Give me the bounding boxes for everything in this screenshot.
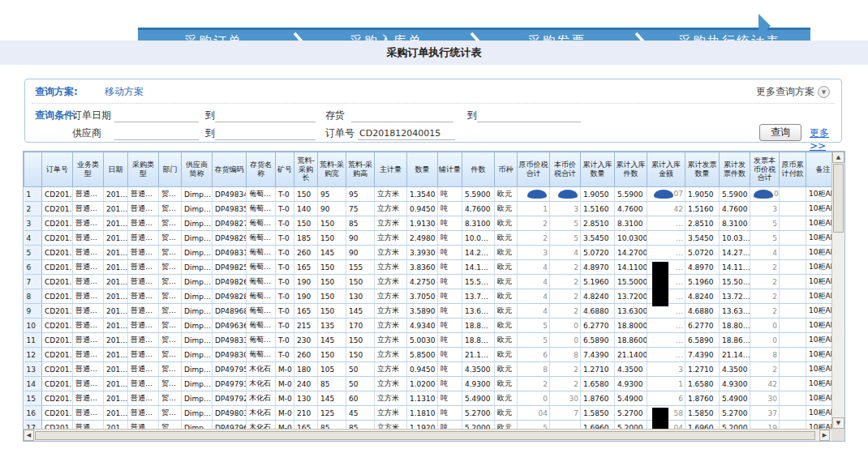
table-cell[interactable] <box>780 216 806 231</box>
row-number-cell[interactable]: 16 <box>24 406 42 421</box>
table-cell[interactable]: Dimp… <box>182 260 213 275</box>
table-cell[interactable]: 2 <box>518 216 550 231</box>
table-cell[interactable]: 201… <box>104 333 128 348</box>
table-cell[interactable]: 180 <box>294 362 318 377</box>
table-cell[interactable]: 3.5890 <box>407 304 438 319</box>
table-cell[interactable]: 4.9300 <box>462 377 495 391</box>
column-header[interactable]: 累计发票数量 <box>685 152 720 187</box>
row-number-header[interactable] <box>24 152 42 187</box>
table-cell[interactable]: 0 <box>750 319 780 333</box>
column-header[interactable]: 业务类型 <box>73 152 104 187</box>
table-cell[interactable]: Dimp… <box>182 246 213 260</box>
table-cell[interactable]: 吨 <box>438 260 462 275</box>
table-cell[interactable]: 15.50… <box>720 275 750 289</box>
table-cell[interactable]: 普通… <box>73 348 104 362</box>
horizontal-scroll-thumb[interactable] <box>35 431 815 440</box>
table-cell[interactable]: 45 <box>346 406 375 421</box>
table-cell[interactable]: 普通… <box>128 406 159 421</box>
row-number-cell[interactable]: 11 <box>24 333 42 348</box>
table-cell[interactable]: 1.6580 <box>581 377 615 391</box>
scroll-left-button[interactable]: ◀ <box>24 430 34 441</box>
table-cell[interactable] <box>780 304 806 319</box>
table-cell[interactable]: 85 <box>346 216 375 231</box>
table-cell[interactable]: 普通… <box>73 362 104 377</box>
table-cell[interactable]: 吨 <box>438 275 462 289</box>
table-cell[interactable]: CD201… <box>42 319 73 333</box>
table-cell[interactable]: M-0 <box>276 391 294 406</box>
table-cell[interactable]: Dimp… <box>182 348 213 362</box>
inventory-from-input[interactable] <box>351 109 453 122</box>
table-cell[interactable]: M-0 <box>276 406 294 421</box>
scroll-up-button[interactable]: ▲ <box>832 152 844 163</box>
table-cell[interactable]: 5 <box>550 231 581 246</box>
row-number-cell[interactable]: 3 <box>24 216 42 231</box>
table-cell[interactable]: CD201… <box>42 260 73 275</box>
table-cell[interactable]: 2 <box>750 275 780 289</box>
table-cell[interactable]: 普通… <box>73 406 104 421</box>
table-cell[interactable]: 150 <box>318 275 346 289</box>
more-schemes-button[interactable]: 更多查询方案 ▼ <box>756 85 830 99</box>
table-cell[interactable]: … <box>647 348 685 362</box>
column-header[interactable]: 矿号 <box>276 152 294 187</box>
table-cell[interactable]: 201… <box>104 421 128 430</box>
row-number-cell[interactable]: 8 <box>24 289 42 304</box>
table-cell[interactable]: 190 <box>294 275 318 289</box>
table-cell[interactable]: 10柜AR/B <box>806 391 832 406</box>
table-cell[interactable]: 4.8240 <box>685 289 720 304</box>
table-cell[interactable]: 5.0720 <box>581 246 615 260</box>
table-cell[interactable]: DP49793 <box>213 377 247 391</box>
table-cell[interactable]: 18.8… <box>462 333 495 348</box>
table-cell[interactable]: 5.4900 <box>720 391 750 406</box>
table-cell[interactable]: 1.5160 <box>685 202 720 216</box>
column-header[interactable]: 主计量 <box>375 152 407 187</box>
table-cell[interactable]: 10.0300 <box>615 231 647 246</box>
table-cell[interactable]: 4.7600 <box>615 202 647 216</box>
table-cell[interactable]: 吨 <box>438 333 462 348</box>
table-cell[interactable]: 90 <box>346 231 375 246</box>
table-cell[interactable]: CD201… <box>42 333 73 348</box>
row-number-cell[interactable]: 9 <box>24 304 42 319</box>
column-header[interactable]: 荒料-采购高 <box>346 152 375 187</box>
table-cell[interactable]: 4 <box>750 246 780 260</box>
table-cell[interactable]: 吨 <box>438 216 462 231</box>
table-cell[interactable]: T-0 <box>276 216 294 231</box>
supplier-from-input[interactable] <box>114 127 199 140</box>
table-cell[interactable]: 30 <box>550 391 581 406</box>
table-cell[interactable]: 10柜AR/B <box>806 333 832 348</box>
table-cell[interactable]: T-0 <box>276 304 294 319</box>
table-cell[interactable]: 1.6580 <box>685 377 720 391</box>
table-cell[interactable]: 吨 <box>438 421 462 430</box>
table-cell[interactable]: 10柜AR/B <box>806 216 832 231</box>
table-cell[interactable]: 21.1400 <box>615 348 647 362</box>
column-header[interactable]: 荒料-采购长 <box>294 152 318 187</box>
column-header[interactable]: 币种 <box>495 152 518 187</box>
table-cell[interactable]: 13.6300 <box>615 304 647 319</box>
table-cell[interactable]: Dimp… <box>182 362 213 377</box>
table-cell[interactable]: DP49795 <box>213 362 247 377</box>
table-cell[interactable]: … <box>647 333 685 348</box>
table-cell[interactable]: 201… <box>104 260 128 275</box>
table-cell[interactable]: 普通… <box>128 304 159 319</box>
table-cell[interactable]: 立方米 <box>375 260 407 275</box>
table-cell[interactable]: 04 <box>518 406 550 421</box>
table-cell[interactable]: 13.7… <box>462 289 495 304</box>
table-cell[interactable]: 立方米 <box>375 231 407 246</box>
table-cell[interactable]: CD201… <box>42 246 73 260</box>
table-cell[interactable]: 吨 <box>438 231 462 246</box>
table-cell[interactable]: 葡萄… <box>247 348 276 362</box>
table-cell[interactable]: 4.8970 <box>685 260 720 275</box>
table-cell[interactable]: 3.8360 <box>407 260 438 275</box>
table-cell[interactable]: 30 <box>750 391 780 406</box>
table-cell[interactable]: CD201… <box>42 348 73 362</box>
table-cell[interactable]: 7 <box>550 406 581 421</box>
table-cell[interactable]: 14.27… <box>720 246 750 260</box>
table-cell[interactable]: 欧元 <box>495 391 518 406</box>
table-cell[interactable]: 1.1920 <box>407 421 438 430</box>
table-cell[interactable]: 08 <box>750 187 780 202</box>
table-cell[interactable]: 150 <box>318 260 346 275</box>
table-cell[interactable]: CD201… <box>42 275 73 289</box>
table-cell[interactable]: 欧元 <box>495 260 518 275</box>
table-cell[interactable]: 贸… <box>159 260 182 275</box>
table-cell[interactable]: 95 <box>318 187 346 202</box>
table-cell[interactable]: 1.5160 <box>581 202 615 216</box>
